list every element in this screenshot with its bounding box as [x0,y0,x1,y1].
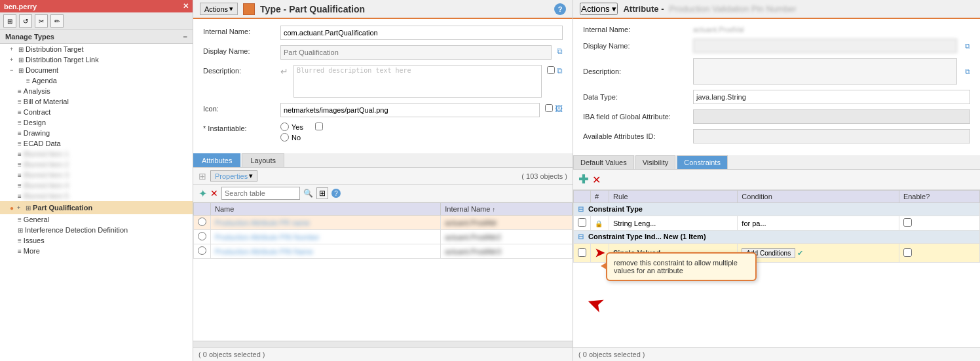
sidebar-item-blurred-5[interactable]: ≡ Blurred Item 5 [0,191,193,201]
tab-default-values[interactable]: Default Values [573,155,634,169]
image-icon[interactable]: 🖼 [555,104,563,113]
instantiable-yes-radio[interactable] [280,123,289,131]
row-radio[interactable] [198,218,206,226]
tab-attributes[interactable]: Attributes [193,153,240,167]
attr-internal-name-value: actuant.ProdVal [693,26,744,33]
constraint-row[interactable]: 🔒 String Leng... for pa... [574,216,980,231]
close-icon[interactable]: ✕ [183,2,189,10]
constraint-condition-empty: Add Conditions ✔ [738,244,899,263]
help-icon[interactable]: ? [554,3,566,15]
sidebar-item-label: Drawing [24,129,50,137]
attr-actions-button[interactable]: Actions ▾ [580,3,618,15]
grid-icon-btn[interactable]: ⊞ [3,14,16,28]
sidebar-item-drawing[interactable]: ≡ Drawing [0,128,193,138]
delete-constraint-icon[interactable]: ✕ [592,174,601,186]
display-name-label: Display Name: [203,45,275,55]
attr-description-row: Description: ⧉ [583,58,970,85]
constraint-checkbox-cell[interactable] [574,216,591,231]
tab-layouts[interactable]: Layouts [242,153,284,167]
sidebar-item-bom[interactable]: ≡ Bill of Material [0,96,193,107]
copy-icon[interactable]: ⧉ [557,47,563,56]
attributes-table: Name Internal Name ↑ Production Attribut… [193,202,573,259]
attribute-panel: Actions ▾ Attribute - Production Validat… [573,0,980,361]
attr-display-name-input[interactable] [693,39,957,53]
table-row[interactable]: Production Attribute PIN Number actuant.… [194,230,573,244]
description-checkbox[interactable] [547,66,555,74]
grid-view-icon[interactable]: ⊞ [316,187,328,199]
expand-icon[interactable]: − [10,67,16,73]
enable-checkbox-2[interactable] [903,248,912,257]
sidebar-item-distribution-target-link[interactable]: + ⊞ Distribution Target Link [0,54,193,65]
sidebar-item-label: Blurred Item 3 [24,171,69,179]
icon-input[interactable] [280,103,540,117]
constraint-enable-cell [899,216,979,231]
sidebar-item-part-qualification[interactable]: ● + ⊞ Part Qualification [3,202,190,213]
sidebar-item-agenda[interactable]: ≡ Agenda [0,75,193,86]
search-table-input[interactable] [221,187,300,200]
filter-properties-button[interactable]: Properties ▾ [210,170,257,181]
sidebar-item-document[interactable]: − ⊞ Document [0,65,193,75]
table-row[interactable]: Production Attribute PR name actuant.Pro… [194,216,573,230]
radio-cell[interactable] [194,244,211,259]
sidebar-item-analysis[interactable]: ≡ Analysis [0,86,193,96]
expand-icon[interactable]: + [10,56,16,63]
tab-constraints[interactable]: Constraints [677,155,728,169]
refresh-icon-btn[interactable]: ↺ [19,14,32,28]
edit-icon-btn[interactable]: ✏ [50,14,64,28]
copy-icon[interactable]: ⧉ [965,42,970,50]
group-expand-icon[interactable]: ⊟ [578,205,584,213]
row-radio[interactable] [198,232,206,240]
list-icon: ≡ [18,140,22,147]
sidebar-toolbar: ⊞ ↺ ✂ ✏ [0,12,193,30]
add-constraint-icon[interactable]: ✚ [578,172,588,187]
collapse-icon[interactable]: − [183,33,187,41]
copy-icon[interactable]: ⧉ [965,67,970,76]
display-name-input[interactable] [280,45,552,60]
sidebar-header: ben.perry ✕ [0,0,193,12]
instantiable-no-radio[interactable] [280,133,289,142]
attr-data-type-row: Data Type: [583,90,970,104]
radio-cell[interactable] [194,216,211,230]
sidebar-item-issues[interactable]: ≡ Issues [0,235,193,246]
sidebar-item-blurred-3[interactable]: ≡ Blurred Item 3 [0,170,193,180]
group-expand-icon[interactable]: ⊟ [578,233,584,240]
expand-icon[interactable]: + [10,46,16,52]
attr-iba-field-input[interactable] [693,109,970,124]
copy-icon[interactable]: ⧉ [557,66,563,75]
description-textarea[interactable]: Blurred description text here [293,65,542,98]
sidebar-item-distribution-target[interactable]: + ⊞ Distribution Target [0,44,193,54]
table-row[interactable]: Production Attribute PIN Name actuant.Pr… [194,244,573,259]
sidebar-item-blurred-1[interactable]: ≡ Blurred Item 1 [0,149,193,159]
attr-description-area[interactable] [693,58,957,85]
tab-visibility[interactable]: Visibility [635,155,676,169]
constraint-checkbox-cell[interactable] [574,244,591,263]
sidebar-item-interference[interactable]: ⊞ Interference Detection Definition [0,225,193,235]
type-actions-button[interactable]: Actions ▾ [200,3,238,15]
enable-checkbox[interactable] [903,218,912,227]
radio-cell[interactable] [194,230,211,244]
delete-attribute-icon[interactable]: ✕ [210,188,218,199]
sidebar-item-blurred-2[interactable]: ≡ Blurred Item 2 [0,159,193,170]
sidebar-item-design[interactable]: ≡ Design [0,117,193,128]
sidebar-item-blurred-4[interactable]: ≡ Blurred Item 4 [0,180,193,191]
cut-icon-btn[interactable]: ✂ [35,14,48,28]
row-radio[interactable] [198,246,206,255]
attr-data-type-input[interactable] [693,90,970,104]
help-small-icon[interactable]: ? [331,189,341,198]
expand-icon[interactable]: + [17,204,24,211]
sidebar-item-ecad[interactable]: ≡ ECAD Data [0,138,193,149]
constraint-checkbox[interactable] [578,248,586,257]
sidebar-item-contract[interactable]: ≡ Contract [0,107,193,117]
icon-checkbox[interactable] [545,104,553,112]
sidebar-item-general[interactable]: ≡ General [0,214,193,225]
horizontal-scrollbar[interactable] [193,341,573,347]
sidebar-item-more[interactable]: ≡ More [0,246,193,256]
constraint-checkbox[interactable] [578,218,586,227]
search-icon[interactable]: 🔍 [303,189,313,198]
col-internal: Internal Name ↑ [441,203,573,216]
attr-available-id-input[interactable] [693,129,970,143]
instantiable-checkbox[interactable] [315,123,323,130]
internal-name-input[interactable] [280,26,563,40]
filter-expand-icon[interactable]: ⊞ [198,171,206,181]
add-attribute-icon[interactable]: ✦ [198,187,207,200]
